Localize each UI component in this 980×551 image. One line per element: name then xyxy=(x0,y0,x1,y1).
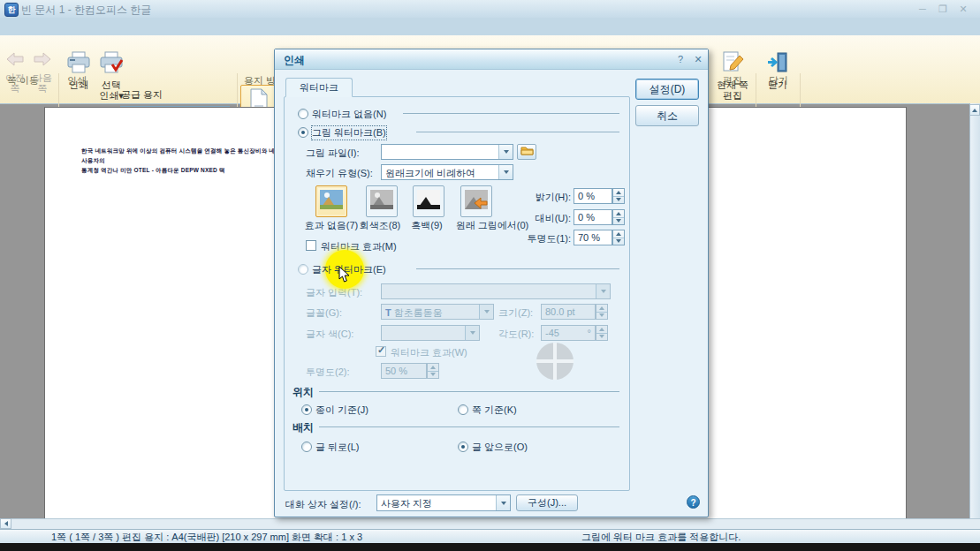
dialog-setting-label: 대화 상자 설정(/): xyxy=(285,498,361,511)
contrast-input[interactable]: 0 % xyxy=(574,209,612,225)
dialog-title-bar[interactable]: 인쇄 ? ✕ xyxy=(275,49,708,70)
cancel-label: 취소 xyxy=(657,109,678,124)
close-window-button[interactable]: ✕ xyxy=(957,4,969,15)
transparency2-spinner xyxy=(427,363,439,379)
cancel-button[interactable]: 취소 xyxy=(635,105,699,126)
angle-spinner xyxy=(596,325,608,341)
effect-original-button[interactable] xyxy=(460,185,492,217)
font-value: 함초롬돋움 xyxy=(394,307,443,318)
dialog-setting-value: 사용자 지정 xyxy=(377,495,496,510)
radio-paper-based[interactable] xyxy=(301,404,312,415)
transparency-label: 투명도(1): xyxy=(509,232,571,245)
dialog-help-icon[interactable]: ? xyxy=(674,53,687,65)
bottom-black-strip xyxy=(0,543,980,551)
text-input-label: 글자 입력(T): xyxy=(306,286,362,299)
vertical-scrollbar[interactable] xyxy=(969,103,980,518)
radio-page-based-label: 쪽 기준(K) xyxy=(472,404,517,417)
separator-line xyxy=(403,113,619,114)
radio-image-watermark-label: 그림 워터마크(B) xyxy=(312,126,386,140)
effect-blackwhite-button[interactable] xyxy=(413,185,444,217)
configure-button[interactable]: 구성(J)... xyxy=(516,494,578,511)
scroll-left-button[interactable] xyxy=(0,518,11,529)
size-label: 크기(Z): xyxy=(498,306,533,320)
dropdown-arrow-icon[interactable] xyxy=(498,165,513,179)
radio-page-based[interactable] xyxy=(458,404,468,415)
text-input-value xyxy=(382,284,596,298)
image-file-label: 그림 파일(I): xyxy=(306,147,360,160)
radio-behind-text-label: 글 뒤로(L) xyxy=(315,441,360,454)
effect-none-button[interactable] xyxy=(315,185,347,217)
radio-front-of-text[interactable] xyxy=(458,442,468,452)
browse-folder-button[interactable] xyxy=(517,144,536,160)
close-preview-button[interactable]: 닫기 xyxy=(760,51,795,90)
minimize-button[interactable]: ─ xyxy=(916,4,929,15)
ribbon-tab-strip: 미리 보기 × xyxy=(0,18,980,35)
font-select: T 함초롬돋움 xyxy=(381,304,494,320)
angle-input: -45 ° xyxy=(541,325,596,341)
fill-type-select[interactable]: 원래크기에 비례하여 xyxy=(381,164,513,180)
radio-text-watermark[interactable] xyxy=(298,264,308,275)
dialog-setting-select[interactable]: 사용자 지정 xyxy=(376,494,511,511)
brightness-spinner[interactable] xyxy=(612,188,625,204)
close-door-icon xyxy=(766,51,789,78)
title-bar: 한 빈 문서 1 - 한컴오피스 한글 ─ ❐ ✕ xyxy=(0,0,980,19)
fill-type-value: 원래크기에 비례하여 xyxy=(382,165,498,179)
previous-page-button[interactable]: 이전 쪽 xyxy=(2,51,28,94)
checkbox-watermark-effect[interactable] xyxy=(306,240,316,251)
page-pencil-icon xyxy=(721,51,744,78)
angle-label: 각도(R): xyxy=(498,328,534,341)
mouse-cursor xyxy=(338,266,350,287)
contrast-spinner[interactable] xyxy=(612,209,625,225)
separator-line xyxy=(319,391,619,392)
radio-watermark-none[interactable] xyxy=(298,109,308,119)
size-input: 80.0 pt xyxy=(541,304,596,320)
radio-front-of-text-label: 글 앞으로(O) xyxy=(472,441,528,454)
printer-icon xyxy=(66,51,91,78)
edit-current-page-label: 현재 쪽 편집 xyxy=(717,79,748,101)
text-color-value xyxy=(382,326,465,340)
dropdown-arrow-icon xyxy=(465,326,479,340)
status-page-info: 1쪽 ( 1쪽 / 3쪽 ) 편집 용지 : A4(국배판) [210 x 29… xyxy=(51,531,362,544)
radio-behind-text[interactable] xyxy=(301,442,312,452)
effect-blackwhite-label: 흑백(9) xyxy=(400,219,453,232)
angle-unit: ° xyxy=(588,328,591,338)
effect-grayscale-button[interactable] xyxy=(366,185,398,217)
document-text-line: 한국 네트워크망 위에 이상의 컴퓨터 시스템을 연결해 놓은 통신장비와 네트… xyxy=(81,147,299,155)
image-file-select[interactable] xyxy=(381,144,513,160)
transparency-spinner[interactable] xyxy=(612,230,625,245)
text-input-select xyxy=(381,283,611,299)
separator-line xyxy=(416,132,619,132)
restore-button[interactable]: ❐ xyxy=(937,4,949,15)
status-hint-text: 그림에 워터 마크 효과를 적용합니다. xyxy=(581,531,741,544)
apply-settings-label: 설정(D) xyxy=(650,82,686,97)
horizontal-scrollbar[interactable] xyxy=(0,518,980,529)
brightness-input[interactable]: 0 % xyxy=(574,188,612,204)
separator-line xyxy=(319,426,619,427)
print-button[interactable]: 인쇄 xyxy=(64,51,94,90)
checkbox-watermark-effect-label: 워터마크 효과(M) xyxy=(321,240,397,253)
next-page-label: 다음 쪽 xyxy=(33,72,52,94)
radio-image-watermark[interactable] xyxy=(298,127,308,138)
effect-grayscale-icon xyxy=(370,190,393,213)
supply-paper-label: 공급 용지 xyxy=(121,88,163,102)
effect-original-icon xyxy=(465,190,488,213)
apply-settings-button[interactable]: 설정(D) xyxy=(635,79,699,100)
next-page-button[interactable]: 다음 쪽 xyxy=(29,51,56,94)
scroll-up-button[interactable] xyxy=(969,104,980,116)
dropdown-arrow-icon[interactable] xyxy=(498,145,513,159)
tab-watermark[interactable]: 워터마크 xyxy=(285,78,353,97)
effect-blackwhite-icon xyxy=(417,190,440,213)
size-spinner xyxy=(596,304,608,320)
previous-page-icon xyxy=(4,51,26,71)
checkbox-watermark-effect2: ✓ xyxy=(376,346,386,357)
radio-watermark-none-label: 워터마크 없음(N) xyxy=(312,108,386,121)
dialog-close-icon[interactable]: ✕ xyxy=(692,53,704,65)
edit-current-page-button[interactable]: 현재 쪽 편집 xyxy=(712,51,753,101)
tab-watermark-label: 워터마크 xyxy=(300,81,338,94)
hangul-app-icon: 한 xyxy=(4,3,19,17)
text-color-select xyxy=(381,325,480,341)
dropdown-arrow-icon[interactable] xyxy=(496,495,510,510)
transparency-input[interactable]: 70 % xyxy=(574,230,612,245)
next-page-icon xyxy=(32,51,53,71)
help-button[interactable]: ? xyxy=(687,495,700,509)
